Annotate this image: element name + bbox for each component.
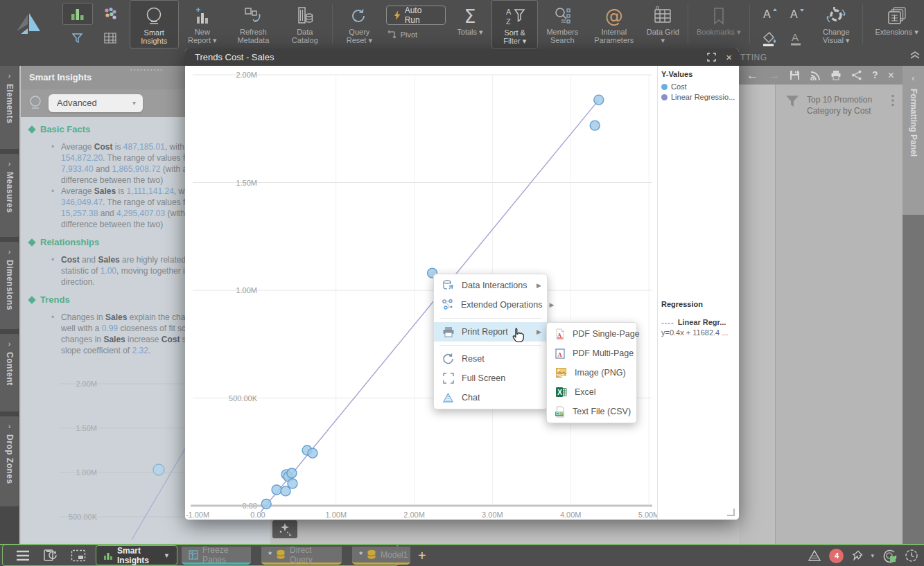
close-icon[interactable]: × <box>888 70 894 80</box>
scatter-point[interactable] <box>261 499 271 509</box>
mini-scatter-button[interactable] <box>95 3 125 25</box>
menu-item-full-screen[interactable]: Full Screen <box>434 369 547 388</box>
filters-panel: Top 10 Promotion Category by Cost <box>739 85 903 544</box>
paste-refresh-icon[interactable] <box>43 549 58 563</box>
new-report-icon <box>193 4 212 28</box>
legend-item[interactable]: Cost <box>661 82 735 91</box>
auto-run-toggle[interactable]: Auto Run <box>386 6 446 25</box>
record-icon[interactable] <box>882 548 897 563</box>
sidebar-tab-elements[interactable]: ›Elements <box>0 66 19 149</box>
help-icon[interactable]: ? <box>872 70 878 80</box>
change-visual-button[interactable]: Change Visual ▾ <box>813 0 860 48</box>
menu-separator <box>439 345 541 346</box>
submenu-item-image-png-[interactable]: PNGImage (PNG) <box>547 363 636 382</box>
scatter-point[interactable] <box>288 479 297 488</box>
layout-panes-icon[interactable] <box>71 549 86 562</box>
refresh-metadata-button[interactable]: Refresh Metadata <box>226 0 280 48</box>
pivot-button[interactable]: Pivot <box>386 29 417 40</box>
font-color-button[interactable]: A <box>784 27 809 49</box>
filter-chip[interactable]: Top 10 Promotion Category by Cost <box>785 94 894 116</box>
scatter-icon <box>102 6 119 21</box>
data-grid-icon <box>652 4 673 28</box>
menu-item-print-report[interactable]: Print Report▶ <box>434 322 547 342</box>
font-bigger-button[interactable]: A <box>757 3 782 25</box>
submenu-item-text-file-csv-[interactable]: CSVText File (CSV) <box>547 402 636 421</box>
quick-actions-toolbar: ←→?× <box>739 66 903 85</box>
scatter-point[interactable] <box>590 121 600 130</box>
smart-insights-sparkle-button[interactable] <box>272 520 297 538</box>
menu-item-data-interactions[interactable]: Data Interactions▶ <box>434 276 547 295</box>
menu-item-extended-operations[interactable]: Extended Operations▶ <box>434 295 547 315</box>
legend-item[interactable]: Linear Regressio... <box>661 93 735 101</box>
scatter-point[interactable] <box>594 95 604 105</box>
mini-bar-chart-button[interactable] <box>62 3 93 25</box>
collapse-ribbon-icon[interactable] <box>908 48 922 60</box>
insights-mode-dropdown[interactable]: Advanced ▾ <box>49 94 143 112</box>
bookmark-icon <box>710 4 728 28</box>
sort-filter-button[interactable]: AZ Sort & Filter ▾ <box>491 0 538 48</box>
more-options-icon[interactable] <box>891 94 894 116</box>
dialog-fullscreen-icon[interactable] <box>707 53 716 62</box>
dialog-close-icon[interactable]: × <box>726 48 732 66</box>
back-icon[interactable]: ← <box>747 70 758 80</box>
pin-caret-icon[interactable]: ▾ <box>871 552 874 559</box>
scatter-point[interactable] <box>308 448 317 458</box>
dialog-titlebar[interactable]: Trends Cost - Sales × <box>185 48 739 66</box>
fill-color-button[interactable] <box>757 27 782 49</box>
panel-drag-handle[interactable]: •••••••••• <box>130 67 164 73</box>
svg-text:500.00K: 500.00K <box>69 513 98 521</box>
sidebar-tab-drop-zones[interactable]: ›Drop Zones <box>0 416 19 506</box>
scatter-point[interactable] <box>287 468 297 478</box>
totals-button[interactable]: Σ Totals ▾ <box>448 0 492 48</box>
sidebar-tab-dimensions[interactable]: ›Dimensions <box>0 242 19 329</box>
forward-icon[interactable]: → <box>768 70 780 80</box>
dialog-resize-handle[interactable] <box>727 508 735 516</box>
mini-filter-button[interactable] <box>62 27 93 49</box>
database-icon <box>367 549 376 560</box>
save-icon[interactable] <box>790 70 800 80</box>
submenu-item-pdf-single-page[interactable]: APDF Single-Page <box>547 324 636 344</box>
sheet-tab-freeze-panes[interactable]: Freeze Panes <box>182 547 251 565</box>
text-segment: Changes in <box>61 312 105 322</box>
csv-icon: CSV <box>555 406 566 418</box>
sheet-tab-model1[interactable]: *Model1 <box>352 547 410 565</box>
extensions-button[interactable]: Extensions ▾ <box>866 0 924 48</box>
text-segment: Cost <box>94 142 113 152</box>
history-clock-icon[interactable] <box>905 549 918 563</box>
internal-parameters-button[interactable]: @ Internal Parameters <box>587 0 641 48</box>
menu-item-chat[interactable]: Chat <box>434 388 547 407</box>
add-tab-button[interactable]: + <box>418 547 426 565</box>
sidebar-tab-content[interactable]: ›Content <box>0 334 19 412</box>
share-icon[interactable] <box>851 70 862 80</box>
font-smaller-button[interactable]: A <box>784 3 809 25</box>
menu-item-reset[interactable]: Reset <box>434 349 547 369</box>
data-grid-button[interactable]: Data Grid ▾ <box>641 0 685 48</box>
pyramid-logo-icon[interactable] <box>808 549 821 562</box>
query-reset-button[interactable]: Query Reset ▾ <box>335 0 383 48</box>
sidebar-tab-measures[interactable]: ›Measures <box>0 154 19 237</box>
text-segment: and <box>80 255 98 265</box>
notification-badge[interactable]: 4 <box>829 549 844 563</box>
new-report-button[interactable]: New Report ▾ <box>179 0 227 48</box>
data-catalog-button[interactable]: Data Catalog <box>281 0 330 48</box>
scatter-point[interactable] <box>272 485 281 495</box>
font-color-icon: A <box>788 29 805 47</box>
regression-legend: Regression ---- Linear Regr... y=0.4x + … <box>661 300 728 337</box>
menu-hamburger-icon[interactable] <box>15 550 30 561</box>
sheet-tab-smart-insights[interactable]: Smart Insights▼ <box>96 545 177 565</box>
submenu-item-pdf-multi-page[interactable]: APDF Multi-Page <box>547 344 636 363</box>
pdf-icon: A <box>555 328 566 340</box>
extended-operations-icon <box>442 299 454 311</box>
submenu-item-excel[interactable]: XExcel <box>547 382 636 402</box>
print-icon[interactable] <box>830 70 842 80</box>
formatting-panel-tab[interactable]: ‹ Formatting Panel <box>903 66 924 215</box>
mini-grid-button[interactable] <box>95 27 125 49</box>
smart-insights-button[interactable]: Smart Insights <box>130 0 179 48</box>
pin-icon[interactable] <box>851 550 863 562</box>
scatter-point[interactable] <box>281 486 290 496</box>
chat-icon <box>442 392 455 403</box>
svg-text:A: A <box>557 332 561 338</box>
sheet-tab-direct-query[interactable]: *Direct Query <box>261 547 342 565</box>
members-search-button[interactable]: Members Search <box>538 0 587 48</box>
feed-icon[interactable] <box>810 70 821 80</box>
